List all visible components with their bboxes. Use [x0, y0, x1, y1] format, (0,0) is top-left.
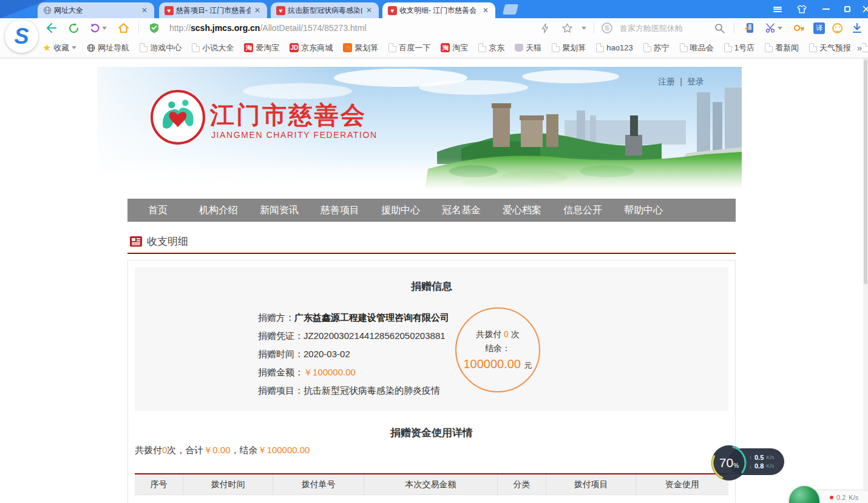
tab-site-nav[interactable]: 网址大全 ✕ — [38, 2, 154, 18]
bookmark-item[interactable]: 网址导航 — [87, 43, 129, 53]
nav-projects[interactable]: 慈善项目 — [310, 199, 370, 222]
red-dot-icon — [830, 496, 833, 499]
bookmark-label: 天猫 — [526, 43, 541, 53]
home-button[interactable] — [116, 21, 131, 35]
summary-total: ￥0.00 — [203, 445, 230, 455]
undo-button[interactable] — [89, 21, 108, 35]
bookmark-label: 百度一下 — [399, 43, 430, 53]
feedback-smiley-icon[interactable] — [832, 23, 843, 33]
nav-home[interactable]: 首页 — [127, 199, 188, 222]
favorites-menu[interactable]: ★ 收藏 — [42, 43, 76, 53]
search-magnifier-icon[interactable] — [712, 21, 727, 35]
tab-close-icon[interactable]: ✕ — [253, 6, 262, 15]
back-button[interactable] — [44, 21, 58, 35]
row-value: ￥100000.00 — [303, 367, 356, 377]
ball-rate: 0.2 — [836, 494, 846, 501]
allot-label: 共拨付 — [476, 329, 501, 339]
col-project: 拨付项目 — [546, 474, 636, 494]
donation-row-date: 捐赠时间：2020-03-02 — [258, 345, 449, 363]
col-category: 分类 — [498, 474, 546, 494]
translate-icon[interactable]: 译 — [813, 22, 825, 34]
bookmark-item[interactable]: 京东 — [478, 43, 504, 53]
login-link[interactable]: 登录 — [687, 77, 704, 87]
refresh-button[interactable] — [66, 21, 81, 35]
taobao-icon: 淘 — [244, 43, 253, 52]
row-value: 抗击新型冠状病毒感染的肺炎疫情 — [303, 385, 440, 395]
download-arrow-icon: ↓ — [749, 463, 752, 470]
donation-row-project: 捐赠项目：抗击新型冠状病毒感染的肺炎疫情 — [258, 382, 449, 400]
theme-shirt-icon[interactable] — [796, 4, 807, 14]
upload-unit: K/s — [766, 454, 774, 460]
bookmark-label: 京东商城 — [301, 43, 333, 53]
address-bar[interactable]: http://scsh.jmcs.org.cn/AllotDetail/1574… — [169, 23, 367, 33]
bookmark-item[interactable]: hao123 — [596, 43, 632, 52]
bookmark-item[interactable]: 淘淘宝 — [441, 43, 468, 53]
bookmark-item[interactable]: 淘聚划算 — [343, 43, 378, 53]
memory-percent-widget[interactable]: 70% — [710, 444, 748, 482]
bookmark-item[interactable]: 苏宁 — [643, 43, 670, 53]
bookmark-star-icon[interactable] — [560, 21, 574, 35]
bookmark-caret-icon[interactable] — [581, 27, 586, 30]
bookmark-item[interactable]: 淘爱淘宝 — [244, 43, 279, 53]
sogou-logo-icon[interactable]: S — [5, 19, 38, 53]
tab-close-icon[interactable]: ✕ — [481, 6, 490, 15]
send-to-phone-icon[interactable] — [742, 21, 756, 35]
nav-info-disclosure[interactable]: 信息公开 — [552, 199, 613, 222]
tab-bar: 网址大全 ✕ ♥ 慈善项目- 江门市慈善会 ✕ ♥ 抗击新型冠状病毒感染的 ✕ … — [0, 0, 868, 18]
site-banner: 江门市慈善会 JIANGMEN CHARITY FEDERATION 注册 | … — [97, 67, 742, 188]
nav-love-archive[interactable]: 爱心档案 — [492, 199, 552, 222]
row-value: JZ20200302144128562050203881 — [303, 330, 446, 341]
bookmark-item[interactable]: 1号店 — [724, 43, 754, 53]
tab-close-icon[interactable]: ✕ — [365, 6, 373, 15]
bookmark-item[interactable]: 影视大全 — [861, 43, 868, 53]
bookmark-item[interactable]: 游戏中心 — [140, 43, 181, 53]
nav-about[interactable]: 机构介绍 — [188, 199, 249, 222]
tab-allot-detail-active[interactable]: ♥ 收支明细- 江门市慈善会 ✕ — [382, 2, 495, 18]
tab-charity-project[interactable]: ♥ 慈善项目- 江门市慈善会 ✕ — [159, 2, 267, 18]
charity-favicon-icon: ♥ — [388, 6, 397, 15]
tab-close-icon[interactable]: ✕ — [140, 6, 149, 15]
charity-logo-icon[interactable] — [151, 90, 205, 145]
bookmark-label: 1号店 — [734, 43, 754, 53]
nav-named-funds[interactable]: 冠名基金 — [431, 199, 492, 222]
page-icon — [765, 43, 773, 52]
sogou-search-icon: S — [602, 22, 612, 33]
restore-button[interactable] — [842, 4, 853, 14]
close-button[interactable] — [861, 4, 868, 14]
site-subtitle: JIANGMEN CHARITY FEDERATION — [211, 130, 378, 140]
bookmark-item[interactable]: JD京东商城 — [290, 43, 333, 53]
page-icon — [680, 43, 688, 52]
page-scrollbar[interactable] — [863, 58, 868, 503]
page-icon — [809, 43, 817, 52]
bookmark-item[interactable]: 小说大全 — [192, 43, 234, 53]
tab-covid[interactable]: ♥ 抗击新型冠状病毒感染的 ✕ — [271, 2, 379, 18]
bookmark-item[interactable]: 天猫 — [515, 43, 541, 53]
nav-aid-center[interactable]: 援助中心 — [370, 199, 431, 222]
password-key-icon[interactable] — [792, 21, 806, 35]
bookmark-item[interactable]: 聚划算 — [552, 43, 586, 53]
quick-launch-lightning-icon[interactable] — [538, 21, 552, 35]
page-icon — [388, 43, 396, 52]
new-tab-button[interactable] — [503, 4, 518, 15]
register-link[interactable]: 注册 — [658, 77, 675, 87]
more-bookmarks-chevron[interactable]: » — [853, 43, 862, 53]
nav-help-center[interactable]: 帮助中心 — [613, 199, 674, 222]
row-value: 广东益鑫源工程建设管理咨询有限公司 — [294, 312, 449, 323]
screenshot-scissors-icon[interactable] — [764, 21, 784, 35]
percent-value: 70 — [719, 456, 733, 470]
minimize-button[interactable] — [821, 4, 832, 14]
download-icon[interactable] — [850, 21, 864, 35]
bookmark-item[interactable]: 百度一下 — [388, 43, 430, 53]
charity-favicon-icon: ♥ — [164, 6, 174, 15]
bookmark-item[interactable]: 看新闻 — [765, 43, 799, 53]
menu-icon[interactable] — [772, 4, 783, 14]
bookmark-item[interactable]: 天气预报 — [809, 43, 851, 53]
bookmark-item[interactable]: 唯品会 — [680, 43, 714, 53]
nav-news[interactable]: 新闻资讯 — [249, 199, 310, 222]
bookmark-label: 唯品会 — [690, 43, 714, 53]
row-label: 捐赠金额： — [258, 367, 303, 377]
scrollbar-thumb[interactable] — [864, 60, 867, 284]
site-safety-shield-icon[interactable] — [147, 21, 161, 35]
search-input[interactable] — [620, 24, 705, 33]
col-allot-time: 拨付时间 — [183, 474, 273, 494]
